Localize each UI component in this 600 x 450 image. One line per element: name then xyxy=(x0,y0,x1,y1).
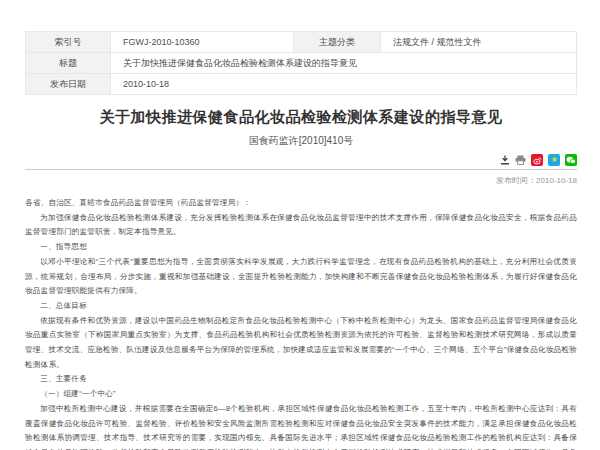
document-page: 索引号 FGWJ-2010-10360 主题分类 法规文件 / 规范性文件 标题… xyxy=(0,0,600,450)
table-row: 索引号 FGWJ-2010-10360 主题分类 法规文件 / 规范性文件 xyxy=(26,32,577,53)
title-value: 关于加快推进保健食品化妆品检验检测体系建设的指导意见 xyxy=(111,53,577,74)
article-body: 各省、自治区、直辖市食品药品监督管理局（药品监督管理局）：为加强保健食品化妆品检… xyxy=(25,196,577,450)
wechat-share-icon[interactable] xyxy=(565,154,577,166)
paragraph: 为加强保健食品化妆品检验检测体系建设，充分发挥检验检测体系在保健食品化妆品监督管… xyxy=(25,211,577,240)
paragraph: 加强中检所检测中心建设，并根据需要在全国确定6—8个检验机构，承担区域性保健食品… xyxy=(25,402,577,450)
publish-time-label: 发布时间： xyxy=(496,176,536,185)
paragraph: 二、总体目标 xyxy=(25,299,577,314)
download-icon[interactable] xyxy=(500,155,510,165)
paragraph: 依据现有条件和优势资源，建设以中国药品生物制品检定所食品化妆品检验检测中心（下称… xyxy=(25,314,577,373)
table-row: 标题 关于加快推进保健食品化妆品检验检测体系建设的指导意见 xyxy=(26,53,577,74)
publish-time: 发布时间：2010-10-18 xyxy=(25,175,577,186)
print-icon[interactable] xyxy=(515,155,526,165)
document-meta-table: 索引号 FGWJ-2010-10360 主题分类 法规文件 / 规范性文件 标题… xyxy=(25,31,577,95)
paragraph: 三、主要任务 xyxy=(25,372,577,387)
publish-date-label: 发布日期 xyxy=(26,74,111,95)
publish-time-value: 2010-10-18 xyxy=(536,176,577,185)
subject-category-label: 主题分类 xyxy=(294,32,381,53)
paragraph: （一）组建“一个中心” xyxy=(25,387,577,402)
document-number: 国食药监许[2010]410号 xyxy=(25,134,577,148)
article-toolbar: ★ xyxy=(25,154,577,170)
page-title: 关于加快推进保健食品化妆品检验检测体系建设的指导意见 xyxy=(25,108,577,127)
paragraph: 以邓小平理论和“三个代表”重要思想为指导，全面贯彻落实科学发展观，大力践行科学监… xyxy=(25,255,577,299)
paragraph: 一、指导思想 xyxy=(25,240,577,255)
subject-category-value: 法规文件 / 规范性文件 xyxy=(381,32,577,53)
publish-date-value: 2010-10-18 xyxy=(111,74,577,95)
title-label: 标题 xyxy=(26,53,111,74)
index-number-label: 索引号 xyxy=(26,32,111,53)
index-number-value: FGWJ-2010-10360 xyxy=(111,32,294,53)
table-row: 发布日期 2010-10-18 xyxy=(26,74,577,95)
paragraph: 各省、自治区、直辖市食品药品监督管理局（药品监督管理局）： xyxy=(25,196,577,211)
qzone-share-icon[interactable]: ★ xyxy=(548,154,560,166)
weibo-share-icon[interactable] xyxy=(531,154,543,166)
